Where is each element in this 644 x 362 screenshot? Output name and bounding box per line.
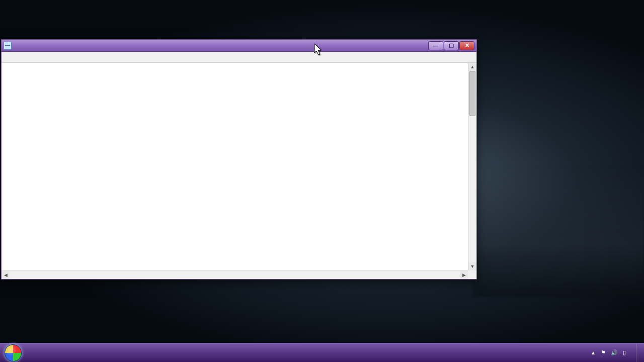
scroll-left-icon[interactable]: ◀ <box>2 271 10 279</box>
taskbar: ▲ ⚑ 🔊 ▯ <box>0 343 644 362</box>
start-button[interactable] <box>0 343 26 363</box>
scroll-down-icon[interactable]: ▼ <box>468 262 476 270</box>
titlebar[interactable]: — ▢ ✕ <box>2 40 476 52</box>
scroll-thumb[interactable] <box>469 71 475 116</box>
menu-format[interactable] <box>20 56 28 58</box>
menubar <box>2 52 476 63</box>
scroll-right-icon[interactable]: ▶ <box>460 271 468 279</box>
minimize-button[interactable]: — <box>428 41 443 50</box>
network-icon[interactable]: ▯ <box>623 349 626 356</box>
system-tray[interactable]: ▲ ⚑ 🔊 ▯ <box>587 343 644 362</box>
scroll-up-icon[interactable]: ▲ <box>468 63 476 71</box>
notepad-icon <box>4 42 12 50</box>
start-orb-icon <box>5 344 22 361</box>
maximize-button[interactable]: ▢ <box>444 41 459 50</box>
menu-edit[interactable] <box>12 56 20 58</box>
menu-file[interactable] <box>4 56 12 58</box>
menu-help[interactable] <box>36 56 44 58</box>
scroll-corner <box>468 270 476 279</box>
close-button[interactable]: ✕ <box>459 41 474 50</box>
menu-view[interactable] <box>28 56 36 58</box>
text-area[interactable] <box>2 63 468 270</box>
tray-expand-icon[interactable]: ▲ <box>591 350 596 355</box>
vertical-scrollbar[interactable]: ▲ ▼ <box>468 63 476 270</box>
show-desktop-button[interactable] <box>636 344 640 362</box>
notepad-window[interactable]: — ▢ ✕ ▲ ▼ ◀ ▶ <box>1 39 477 280</box>
action-center-icon[interactable]: ⚑ <box>601 349 606 356</box>
volume-icon[interactable]: 🔊 <box>611 349 618 356</box>
horizontal-scrollbar[interactable]: ◀ ▶ <box>2 270 468 279</box>
